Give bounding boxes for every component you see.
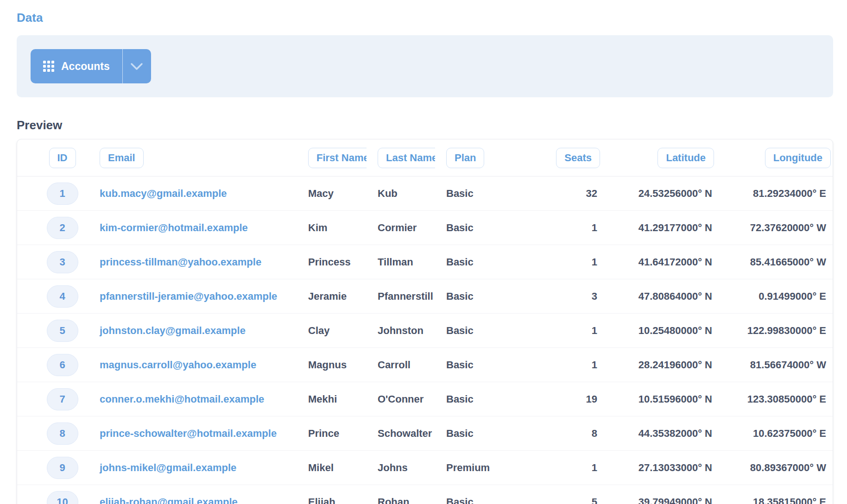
data-source-panel: Accounts — [17, 35, 833, 97]
cell-email: magnus.carroll@yahoo.example — [88, 348, 297, 382]
cell-last_name: Schowalter — [367, 416, 435, 451]
email-link: johnston.clay@gmail.example — [100, 325, 246, 336]
cell-seats: 1 — [490, 211, 603, 245]
cell-longitude: 0.91499000° E — [717, 279, 833, 314]
email-link: pfannerstill-jeramie@yahoo.example — [100, 290, 277, 302]
cell-first_name: Prince — [297, 416, 367, 451]
column-header-pill-first_name[interactable]: First Name — [308, 148, 367, 168]
column-header-pill-latitude[interactable]: Latitude — [657, 148, 714, 168]
header-row: IDEmailFirst NameLast NamePlanSeatsLatit… — [17, 139, 833, 176]
cell-plan: Basic — [435, 348, 490, 382]
email-link: magnus.carroll@yahoo.example — [100, 359, 256, 371]
cell-plan: Basic — [435, 314, 490, 348]
column-header-pill-id[interactable]: ID — [49, 148, 76, 168]
cell-plan: Basic — [435, 382, 490, 416]
column-header-cell-latitude: Latitude — [603, 139, 717, 176]
cell-first_name: Magnus — [297, 348, 367, 382]
row-id-badge: 3 — [47, 251, 78, 273]
accounts-button-label: Accounts — [61, 60, 110, 73]
cell-last_name: O'Conner — [367, 382, 435, 416]
cell-id: 6 — [17, 348, 88, 382]
cell-id: 4 — [17, 279, 88, 314]
cell-seats: 32 — [490, 176, 603, 211]
column-header-pill-seats[interactable]: Seats — [556, 148, 600, 168]
accounts-button[interactable]: Accounts — [31, 49, 122, 83]
column-header-cell-email: Email — [88, 139, 297, 176]
row-id-badge: 4 — [47, 285, 78, 308]
cell-plan: Basic — [435, 245, 490, 279]
cell-email: princess-tillman@yahoo.example — [88, 245, 297, 279]
data-source-dropdown-button[interactable] — [122, 49, 151, 83]
cell-longitude: 123.30850000° E — [717, 382, 833, 416]
cell-latitude: 47.80864000° N — [603, 279, 717, 314]
cell-last_name: Johnston — [367, 314, 435, 348]
cell-plan: Basic — [435, 176, 490, 211]
cell-latitude: 24.53256000° N — [603, 176, 717, 211]
cell-id: 10 — [17, 485, 88, 504]
cell-last_name: Kub — [367, 176, 435, 211]
cell-first_name: Kim — [297, 211, 367, 245]
cell-email: kub.macy@gmail.example — [88, 176, 297, 211]
cell-seats: 19 — [490, 382, 603, 416]
cell-longitude: 10.62375000° E — [717, 416, 833, 451]
cell-first_name: Jeramie — [297, 279, 367, 314]
cell-id: 2 — [17, 211, 88, 245]
email-link: elijah-rohan@gmail.example — [100, 496, 238, 504]
cell-last_name: Rohan — [367, 485, 435, 504]
cell-seats: 1 — [490, 245, 603, 279]
cell-seats: 5 — [490, 485, 603, 504]
column-header-cell-last_name: Last Name — [367, 139, 435, 176]
table-row: 1kub.macy@gmail.exampleMacyKubBasic3224.… — [17, 176, 833, 211]
cell-longitude: 122.99830000° E — [717, 314, 833, 348]
cell-latitude: 27.13033000° N — [603, 451, 717, 485]
cell-email: johnston.clay@gmail.example — [88, 314, 297, 348]
preview-section-title: Preview — [17, 118, 833, 132]
column-header-pill-email[interactable]: Email — [100, 148, 144, 168]
column-header-pill-last_name[interactable]: Last Name — [378, 148, 435, 168]
cell-last_name: Cormier — [367, 211, 435, 245]
cell-plan: Premium — [435, 451, 490, 485]
cell-latitude: 44.35382000° N — [603, 416, 717, 451]
cell-longitude: 80.89367000° W — [717, 451, 833, 485]
cell-email: conner.o.mekhi@hotmail.example — [88, 382, 297, 416]
data-source-split-button: Accounts — [31, 49, 151, 83]
cell-first_name: Macy — [297, 176, 367, 211]
row-id-badge: 10 — [47, 491, 78, 504]
cell-latitude: 41.64172000° N — [603, 245, 717, 279]
email-link: prince-schowalter@hotmail.example — [100, 428, 277, 439]
cell-plan: Basic — [435, 416, 490, 451]
row-id-badge: 5 — [47, 320, 78, 342]
cell-latitude: 10.51596000° N — [603, 382, 717, 416]
cell-first_name: Clay — [297, 314, 367, 348]
table-row: 3princess-tillman@yahoo.examplePrincessT… — [17, 245, 833, 279]
column-header-cell-longitude: Longitude — [717, 139, 833, 176]
cell-first_name: Mekhi — [297, 382, 367, 416]
row-id-badge: 8 — [47, 422, 78, 445]
cell-longitude: 72.37620000° W — [717, 211, 833, 245]
cell-seats: 1 — [490, 314, 603, 348]
table-row: 7conner.o.mekhi@hotmail.exampleMekhiO'Co… — [17, 382, 833, 416]
cell-longitude: 85.41665000° W — [717, 245, 833, 279]
email-link: kub.macy@gmail.example — [100, 188, 227, 199]
cell-id: 9 — [17, 451, 88, 485]
preview-table-card: IDEmailFirst NameLast NamePlanSeatsLatit… — [17, 139, 833, 504]
cell-email: johns-mikel@gmail.example — [88, 451, 297, 485]
cell-id: 3 — [17, 245, 88, 279]
email-link: johns-mikel@gmail.example — [100, 462, 236, 473]
cell-id: 7 — [17, 382, 88, 416]
cell-longitude: 81.56674000° W — [717, 348, 833, 382]
column-header-pill-longitude[interactable]: Longitude — [765, 148, 831, 168]
chevron-down-icon — [130, 63, 143, 70]
cell-last_name: Tillman — [367, 245, 435, 279]
row-id-badge: 2 — [47, 217, 78, 239]
column-header-cell-plan: Plan — [435, 139, 490, 176]
cell-id: 5 — [17, 314, 88, 348]
cell-email: prince-schowalter@hotmail.example — [88, 416, 297, 451]
table-row: 6magnus.carroll@yahoo.exampleMagnusCarro… — [17, 348, 833, 382]
preview-table: IDEmailFirst NameLast NamePlanSeatsLatit… — [17, 139, 833, 504]
cell-longitude: 18.35815000° E — [717, 485, 833, 504]
table-row: 10elijah-rohan@gmail.exampleElijahRohanB… — [17, 485, 833, 504]
cell-id: 1 — [17, 176, 88, 211]
column-header-cell-seats: Seats — [490, 139, 603, 176]
column-header-pill-plan[interactable]: Plan — [446, 148, 484, 168]
